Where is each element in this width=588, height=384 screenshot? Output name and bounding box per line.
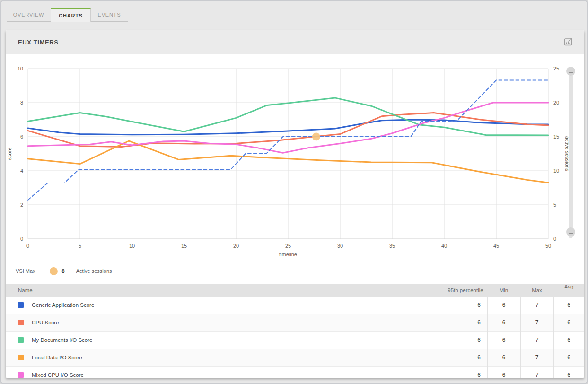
panel-header: EUX TIMERS [6, 30, 584, 54]
cell-95th-percentile: 6 [444, 337, 487, 343]
eux-timers-panel: EUX TIMERS 02468100510152025051015202530… [6, 30, 584, 378]
grip-icon [569, 70, 573, 73]
row-name-cell: Mixed CPU I/O Score [6, 372, 444, 378]
cell-avg: 6 [553, 302, 584, 308]
column-separator [444, 297, 444, 378]
cell-min: 6 [487, 302, 520, 308]
table-row[interactable]: CPU Score6676 [6, 314, 584, 331]
row-name-cell: My Documents I/O Score [6, 337, 444, 343]
tab-overview[interactable]: OVERVIEW [7, 8, 51, 22]
x-axis-tick: 10 [129, 243, 135, 249]
cell-avg: 6 [553, 372, 584, 378]
edit-chart-button[interactable] [562, 35, 575, 49]
cell-min: 6 [487, 319, 520, 326]
grip-icon [569, 231, 573, 234]
series-name: CPU Score [32, 320, 59, 325]
series-name: My Documents I/O Score [32, 337, 92, 343]
y-axis-left-tick: 10 [18, 66, 23, 71]
legend-vsi-max-label: VSI Max [16, 268, 35, 274]
column-header-name: Name [6, 288, 444, 293]
page: OVERVIEW CHARTS EVENTS EUX TIMERS [0, 0, 588, 384]
series-swatch-icon [18, 302, 24, 308]
series-name: Mixed CPU I/O Score [32, 372, 84, 378]
cell-avg: 6 [553, 319, 584, 326]
vsi-max-marker [312, 133, 320, 141]
tab-events[interactable]: EVENTS [91, 8, 128, 22]
table-row[interactable]: Generic Application Score6676 [6, 297, 584, 314]
y-axis-left-tick: 4 [20, 168, 23, 174]
x-axis-tick: 0 [26, 243, 29, 249]
column-header-min: Min [487, 288, 520, 293]
slider-handle-top[interactable] [566, 67, 575, 76]
eux-timers-chart: 0246810051015202505101520253035404550tim… [6, 54, 584, 284]
x-axis-title: timeline [279, 252, 297, 257]
table-row[interactable]: My Documents I/O Score6676 [6, 331, 584, 349]
x-axis-tick: 35 [389, 243, 395, 249]
cell-max: 7 [520, 302, 553, 308]
cell-min: 6 [487, 372, 520, 378]
legend-active-sessions-label: Active sessions [76, 268, 112, 274]
y-axis-left-tick: 0 [20, 236, 23, 242]
row-name-cell: CPU Score [6, 320, 444, 325]
panel-title: EUX TIMERS [18, 39, 58, 46]
y-axis-left-title: score [7, 148, 12, 160]
cell-max: 7 [520, 319, 553, 326]
dashed-line-icon [123, 271, 151, 271]
x-axis-tick: 25 [285, 243, 291, 249]
row-name-cell: Local Data I/O Score [6, 355, 444, 360]
column-separator [520, 297, 521, 378]
y-axis-right-tick: 20 [553, 100, 559, 105]
cell-95th-percentile: 6 [444, 302, 487, 308]
series-swatch-icon [18, 372, 24, 378]
column-header-max: Max [520, 288, 553, 293]
table-body: Generic Application Score6676CPU Score66… [6, 297, 584, 378]
right-axis-slider-track[interactable] [569, 67, 573, 238]
cell-max: 7 [520, 372, 553, 378]
cell-max: 7 [520, 354, 553, 361]
x-axis-tick: 50 [545, 243, 551, 249]
series-name: Generic Application Score [32, 302, 94, 308]
cell-avg: 6 [553, 337, 584, 343]
cell-min: 6 [487, 354, 520, 361]
y-axis-right-tick: 5 [553, 202, 556, 208]
table-header-row: Name 95th percentile Min Max Avg [6, 284, 584, 297]
cell-avg: 6 [553, 354, 584, 361]
vsi-max-marker-icon [50, 267, 58, 275]
y-axis-right-tick: 0 [553, 236, 556, 242]
row-name-cell: Generic Application Score [6, 302, 444, 308]
cell-min: 6 [487, 337, 520, 343]
metrics-table: Name 95th percentile Min Max Avg Generic… [6, 284, 584, 378]
cell-95th-percentile: 6 [444, 319, 487, 326]
table-row[interactable]: Local Data I/O Score6676 [6, 349, 584, 366]
series-swatch-icon [18, 355, 24, 360]
chart-legend: VSI Max 8 Active sessions [16, 266, 151, 276]
x-axis-tick: 5 [79, 243, 81, 249]
cell-95th-percentile: 6 [444, 354, 487, 361]
y-axis-left-tick: 8 [20, 100, 23, 105]
tab-charts[interactable]: CHARTS [51, 8, 91, 22]
x-axis-tick: 30 [337, 243, 343, 249]
column-header-avg: Avg [553, 284, 584, 289]
cell-95th-percentile: 6 [444, 372, 487, 378]
y-axis-right-tick: 10 [553, 168, 559, 174]
x-axis-tick: 45 [493, 243, 499, 249]
legend-vsi-max-value: 8 [62, 268, 65, 274]
series-swatch-icon [18, 337, 24, 343]
y-axis-right-tick: 25 [553, 66, 559, 71]
y-axis-left-tick: 6 [20, 134, 23, 140]
column-separator [487, 297, 488, 378]
x-axis-tick: 40 [441, 243, 447, 249]
tab-bar: OVERVIEW CHARTS EVENTS [7, 8, 128, 22]
x-axis-tick: 15 [181, 243, 187, 249]
series-name: Local Data I/O Score [32, 355, 82, 360]
cell-max: 7 [520, 337, 553, 343]
table-row[interactable]: Mixed CPU I/O Score6676 [6, 366, 584, 378]
slider-handle-bottom[interactable] [566, 227, 575, 236]
chart-area: 0246810051015202505101520253035404550tim… [6, 54, 584, 284]
x-axis-tick: 20 [233, 243, 239, 249]
column-header-95th-percentile: 95th percentile [444, 288, 487, 293]
column-separator [553, 297, 554, 378]
y-axis-right-tick: 15 [553, 134, 559, 140]
y-axis-left-tick: 2 [20, 202, 23, 208]
edit-chart-icon [563, 36, 573, 48]
